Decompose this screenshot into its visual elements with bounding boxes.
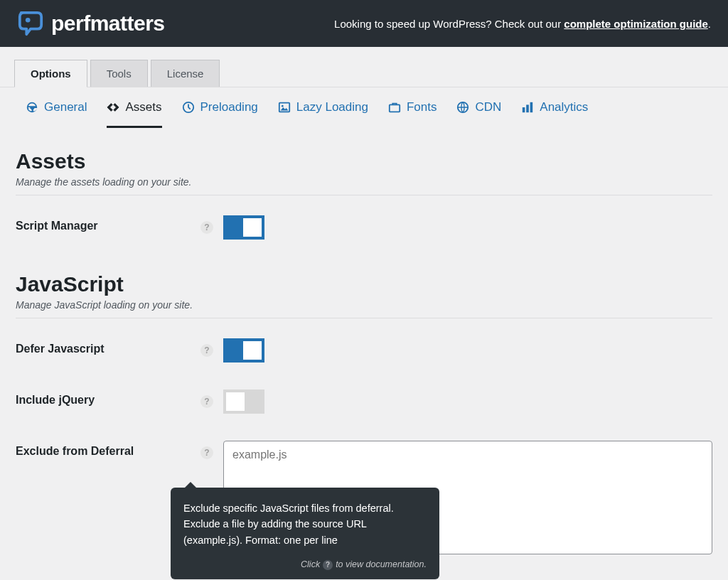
svg-rect-4: [390, 104, 400, 112]
promo-suffix: .: [708, 18, 711, 30]
script-manager-label: Script Manager: [16, 215, 200, 232]
app-header: perfmatters Looking to speed up WordPres…: [0, 0, 728, 47]
chart-icon: [521, 101, 534, 114]
tab-options[interactable]: Options: [14, 60, 87, 87]
section-title-js: JavaScript: [16, 272, 712, 296]
subnav-label: Fonts: [407, 100, 437, 114]
tooltip-footer: Click ? to view documentation.: [183, 558, 427, 571]
tab-license[interactable]: License: [151, 60, 220, 87]
script-manager-toggle[interactable]: [223, 215, 264, 240]
tooltip-exclude-deferral: Exclude specific JavaScript files from d…: [171, 488, 439, 579]
subnav-label: General: [44, 100, 87, 114]
divider: [16, 195, 712, 195]
field-script-manager: Script Manager ?: [16, 215, 712, 240]
code-icon: [107, 101, 119, 114]
section-assets: Assets Manage the assets loading on your…: [16, 149, 712, 240]
help-icon[interactable]: ?: [200, 344, 213, 357]
tooltip-body: Exclude specific JavaScript files from d…: [183, 500, 427, 548]
globe-icon: [456, 101, 469, 114]
tooltip-footer-suffix: to view documentation.: [336, 558, 427, 571]
brand: perfmatters: [17, 10, 165, 37]
defer-js-toggle[interactable]: [223, 338, 264, 362]
subnav-preloading[interactable]: Preloading: [182, 100, 258, 128]
briefcase-icon: [388, 101, 401, 114]
tab-tools[interactable]: Tools: [90, 60, 148, 87]
help-icon: ?: [323, 560, 333, 570]
tooltip-footer-prefix: Click: [301, 558, 320, 571]
subnav-cdn[interactable]: CDN: [456, 100, 501, 128]
section-title-assets: Assets: [16, 149, 712, 173]
section-desc-assets: Manage the assets loading on your site.: [16, 176, 712, 188]
svg-point-3: [282, 105, 284, 107]
svg-rect-7: [527, 104, 530, 112]
section-desc-js: Manage JavaScript loading on your site.: [16, 299, 712, 311]
help-icon[interactable]: ?: [200, 446, 213, 459]
svg-rect-8: [530, 102, 533, 112]
header-promo: Looking to speed up WordPress? Check out…: [334, 18, 711, 30]
subnav-analytics[interactable]: Analytics: [521, 100, 588, 128]
subnav-label: CDN: [475, 100, 501, 114]
brand-logo-icon: [17, 10, 44, 37]
include-jquery-toggle[interactable]: [223, 390, 264, 414]
image-icon: [278, 101, 291, 114]
top-tabs: Options Tools License: [0, 47, 728, 87]
subnav-fonts[interactable]: Fonts: [388, 100, 437, 128]
subnav-general[interactable]: General: [26, 100, 87, 128]
brand-name: perfmatters: [51, 11, 165, 36]
subnav-label: Preloading: [200, 100, 258, 114]
subnav-lazy-loading[interactable]: Lazy Loading: [278, 100, 368, 128]
divider: [16, 318, 712, 318]
subnav-label: Analytics: [540, 100, 588, 114]
svg-point-0: [26, 18, 31, 23]
include-jquery-label: Include jQuery: [16, 390, 200, 407]
promo-prefix: Looking to speed up WordPress? Check out…: [334, 18, 564, 30]
subnav-label: Lazy Loading: [296, 100, 368, 114]
help-icon[interactable]: ?: [200, 395, 213, 408]
subnav-assets[interactable]: Assets: [107, 100, 161, 128]
field-defer-js: Defer Javascript ?: [16, 338, 712, 362]
help-icon[interactable]: ?: [200, 221, 213, 234]
svg-rect-6: [523, 107, 525, 112]
defer-js-label: Defer Javascript: [16, 338, 200, 355]
subnav-label: Assets: [125, 100, 161, 114]
promo-link[interactable]: complete optimization guide: [564, 18, 708, 30]
subnav: General Assets Preloading Lazy Loading F…: [0, 87, 728, 128]
clock-icon: [182, 101, 195, 114]
field-include-jquery: Include jQuery ?: [16, 390, 712, 414]
exclude-deferral-label: Exclude from Deferral: [16, 441, 200, 458]
dashboard-icon: [26, 101, 38, 114]
